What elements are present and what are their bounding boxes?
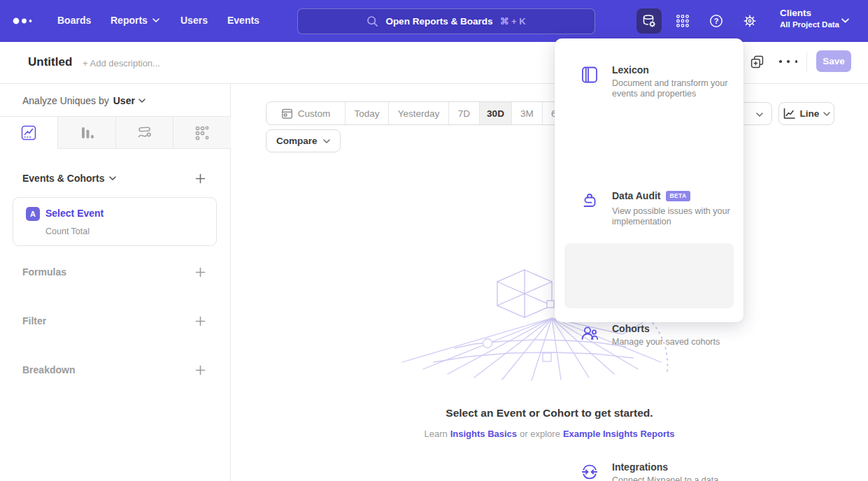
integrations-sync-icon (581, 463, 599, 481)
integrations-title: Integrations (612, 461, 668, 473)
global-search-input[interactable]: Open Reports & Boards ⌘ + K (297, 8, 595, 34)
lexicon-title: Lexicon (612, 64, 649, 76)
select-event-card[interactable]: A Select Event Count Total (13, 197, 217, 246)
event-letter-badge: A (26, 207, 40, 221)
search-shortcut: ⌘ + K (499, 16, 525, 27)
lexicon-book-icon (581, 66, 599, 84)
top-navbar: Boards Reports Users Events Open Reports… (0, 0, 868, 42)
apps-grid-button[interactable] (670, 8, 695, 34)
more-menu-button[interactable] (779, 60, 797, 63)
integrations-description: Connect Mixpanel to a data pipeline or c… (612, 475, 732, 481)
analyze-entity-dropdown[interactable]: User (113, 95, 145, 106)
query-builder-sidebar: Analyze Uniques by User (0, 84, 231, 481)
chart-type-label: Line (800, 108, 820, 119)
chart-type-dropdown[interactable]: Line (778, 102, 834, 125)
project-name: All Project Data (780, 20, 839, 29)
tab-bar-chart[interactable] (57, 117, 115, 149)
gear-icon (742, 13, 757, 29)
events-cohorts-section[interactable]: Events & Cohorts (22, 173, 116, 184)
report-title[interactable]: Untitled (28, 55, 72, 69)
settings-button[interactable] (737, 8, 762, 34)
flows-icon (136, 125, 152, 141)
range-custom[interactable]: Custom (266, 102, 345, 124)
menu-item-data-audit[interactable]: Data Audit BETA View possible issues wit… (555, 101, 744, 168)
database-gear-icon (641, 13, 657, 29)
nav-users-label: Users (180, 15, 208, 26)
chevron-down-icon (756, 113, 763, 117)
search-placeholder: Open Reports & Boards (385, 16, 492, 27)
nav-users[interactable]: Users (180, 15, 208, 26)
range-3m-label: 3M (520, 108, 534, 119)
save-button[interactable]: Save (816, 50, 851, 72)
nav-reports-label: Reports (111, 15, 148, 26)
analyze-entity-value: User (113, 95, 135, 106)
insights-basics-link[interactable]: Insights Basics (450, 429, 517, 439)
range-30d-selected[interactable]: 30D (479, 102, 511, 124)
nav-events-label: Events (227, 15, 259, 26)
menu-item-integrations[interactable]: Integrations Connect Mixpanel to a data … (555, 243, 744, 308)
chevron-down-icon (152, 18, 159, 22)
range-today-label: Today (354, 108, 379, 119)
line-chart-icon (21, 125, 36, 141)
tab-insights-selected[interactable] (0, 117, 57, 149)
chevron-down-icon (109, 176, 116, 180)
range-7d-label: 7D (458, 108, 470, 119)
add-formula-button[interactable] (195, 267, 206, 278)
range-7d[interactable]: 7D (448, 102, 479, 124)
ellipsis-dot (795, 60, 798, 63)
cohorts-description: Manage your saved cohorts (612, 337, 745, 347)
range-30d-label: 30D (487, 108, 504, 119)
nav-boards[interactable]: Boards (57, 15, 91, 26)
description-placeholder[interactable]: + Add description... (83, 58, 160, 69)
explore-text: or explore (520, 429, 560, 439)
range-yesterday-label: Yesterday (398, 108, 440, 119)
visualization-tabs (0, 116, 231, 149)
data-management-menu: Lexicon Document and transform your even… (555, 38, 744, 322)
compare-dropdown[interactable]: Compare (266, 129, 341, 152)
empty-state-title: Select an Event or Cohort to get started… (231, 407, 868, 419)
lexicon-description: Document and transform your events and p… (612, 78, 734, 99)
ellipsis-dot (779, 60, 782, 63)
nav-events[interactable]: Events (227, 15, 259, 26)
chart-area: Custom Today Yesterday 7D 30D 3M 6M Comp… (231, 84, 868, 481)
example-reports-link[interactable]: Example Insights Reports (563, 429, 675, 439)
cohorts-title: Cohorts (612, 323, 650, 334)
add-filter-button[interactable] (195, 316, 206, 326)
add-breakdown-button[interactable] (195, 365, 206, 375)
analyze-label: Analyze Uniques by (22, 95, 109, 106)
range-3m[interactable]: 3M (511, 102, 542, 124)
duplicate-button[interactable] (750, 55, 764, 69)
mixpanel-insights-report: Boards Reports Users Events Open Reports… (0, 0, 868, 481)
count-type-label[interactable]: Count Total (45, 227, 90, 236)
mixpanel-logo-icon[interactable] (11, 14, 42, 28)
select-event-label[interactable]: Select Event (45, 208, 104, 219)
events-cohorts-label: Events & Cohorts (22, 173, 104, 184)
add-event-button[interactable] (195, 173, 206, 184)
help-button[interactable]: ? (704, 8, 729, 34)
help-icon: ? (709, 13, 724, 29)
analyze-row: Analyze Uniques by User (22, 95, 145, 106)
menu-item-cohorts[interactable]: Cohorts Manage your saved cohorts (555, 168, 744, 224)
data-management-button[interactable] (636, 8, 662, 34)
project-switcher[interactable]: Clients All Project Data (780, 8, 839, 29)
date-range-control: Custom Today Yesterday 7D 30D 3M 6M (266, 101, 574, 125)
bar-chart-icon (79, 125, 94, 141)
range-custom-label: Custom (298, 108, 331, 119)
apps-grid-icon (675, 13, 690, 29)
tab-retention[interactable] (173, 117, 231, 149)
range-yesterday[interactable]: Yesterday (388, 102, 448, 124)
search-icon (367, 15, 378, 27)
calendar-icon (281, 108, 293, 120)
chevron-down-icon (323, 139, 330, 143)
range-today[interactable]: Today (345, 102, 388, 124)
tab-flows[interactable] (115, 117, 173, 149)
chevron-down-icon (138, 99, 145, 103)
menu-item-lexicon[interactable]: Lexicon Document and transform your even… (555, 38, 744, 101)
formulas-section-label: Formulas (22, 266, 66, 278)
nav-reports[interactable]: Reports (111, 15, 159, 26)
chevron-down-icon (823, 112, 830, 116)
nav-boards-label: Boards (57, 15, 91, 26)
dot-grid-icon (194, 124, 211, 141)
filter-section-label: Filter (22, 315, 46, 326)
chevron-down-icon (841, 18, 849, 23)
